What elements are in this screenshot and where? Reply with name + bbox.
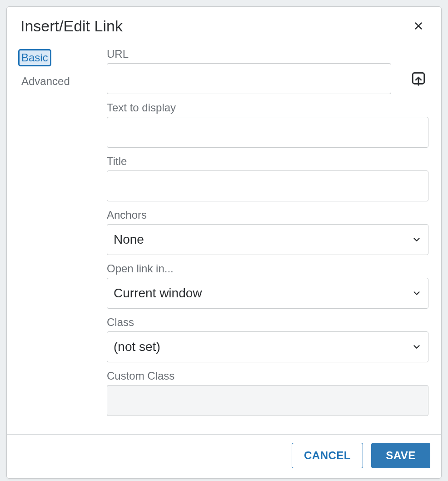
open-in-value: Current window — [114, 286, 412, 301]
anchors-label: Anchors — [107, 209, 428, 221]
custom-class-label: Custom Class — [107, 370, 428, 382]
dialog-backdrop: Insert/Edit Link Basic Advanced URL — [0, 0, 448, 481]
upload-button[interactable] — [408, 69, 428, 89]
field-class: Class (not set) — [107, 316, 428, 362]
class-label: Class — [107, 316, 428, 329]
close-icon — [413, 21, 423, 31]
open-in-label: Open link in... — [107, 262, 428, 275]
upload-icon — [411, 71, 426, 86]
field-text-to-display: Text to display — [107, 101, 428, 148]
anchors-select[interactable]: None — [107, 224, 428, 255]
dialog-title: Insert/Edit Link — [20, 17, 123, 35]
chevron-down-icon — [412, 342, 422, 352]
dialog-footer: CANCEL SAVE — [7, 434, 441, 478]
field-url: URL — [107, 48, 428, 94]
close-button[interactable] — [409, 17, 428, 35]
field-open-in: Open link in... Current window — [107, 262, 428, 309]
text-label: Text to display — [107, 101, 428, 114]
cancel-button[interactable]: CANCEL — [292, 443, 363, 468]
text-input[interactable] — [107, 117, 428, 148]
url-row — [107, 63, 428, 94]
tab-basic[interactable]: Basic — [20, 50, 50, 65]
save-button[interactable]: SAVE — [371, 443, 430, 468]
chevron-down-icon — [412, 288, 422, 298]
field-anchors: Anchors None — [107, 209, 428, 255]
field-custom-class: Custom Class — [107, 370, 428, 416]
anchors-value: None — [114, 232, 412, 247]
field-title: Title — [107, 155, 428, 201]
open-in-select[interactable]: Current window — [107, 278, 428, 309]
custom-class-input[interactable] — [107, 385, 428, 416]
chevron-down-icon — [412, 235, 422, 245]
dialog-body: Basic Advanced URL — [7, 39, 441, 434]
insert-link-dialog: Insert/Edit Link Basic Advanced URL — [6, 6, 442, 479]
url-input[interactable] — [107, 63, 391, 94]
form-column: URL Text to display — [107, 48, 428, 423]
class-value: (not set) — [114, 340, 412, 354]
tab-advanced[interactable]: Advanced — [20, 74, 72, 89]
tab-list: Basic Advanced — [20, 48, 107, 423]
url-label: URL — [107, 48, 428, 60]
title-input[interactable] — [107, 170, 428, 201]
class-select[interactable]: (not set) — [107, 331, 428, 362]
dialog-header: Insert/Edit Link — [7, 7, 441, 39]
title-label: Title — [107, 155, 428, 168]
